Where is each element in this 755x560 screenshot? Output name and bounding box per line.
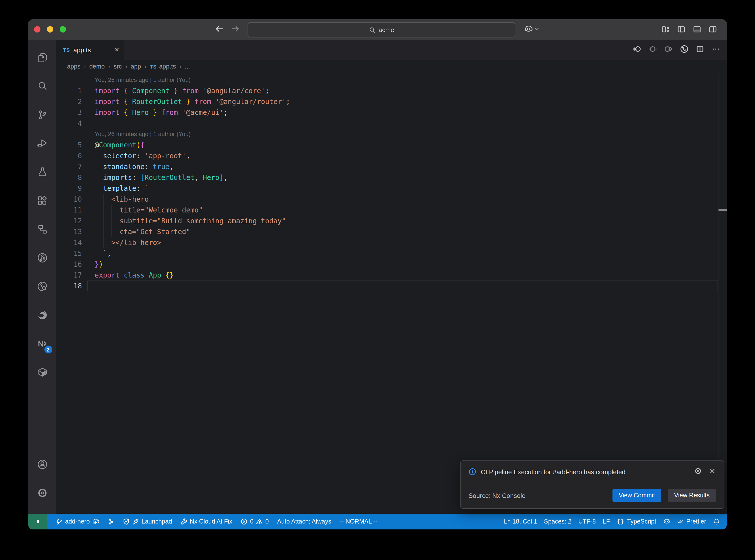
activity-hierarchy[interactable] bbox=[31, 218, 53, 240]
activity-gitlens[interactable] bbox=[31, 247, 53, 269]
indent-guide bbox=[95, 183, 95, 194]
code-line-16: 16}) bbox=[56, 259, 727, 269]
activity-gitlens-inspect[interactable] bbox=[31, 276, 53, 297]
braces-icon: {} bbox=[617, 518, 625, 525]
indent-guide bbox=[95, 172, 95, 183]
line-number: 2 bbox=[56, 96, 95, 107]
indent-guide bbox=[103, 205, 103, 215]
breadcrumb-separator: › bbox=[125, 63, 127, 70]
panel-left-icon[interactable] bbox=[677, 25, 686, 36]
forward-icon[interactable] bbox=[231, 24, 240, 36]
panel-right-icon[interactable] bbox=[709, 25, 717, 36]
breadcrumb-item-[interactable]: ... bbox=[185, 63, 190, 70]
double-check-icon bbox=[677, 518, 684, 525]
editor-group: TS app.ts ✕ apps›demo›src›app›TSapp.ts›.… bbox=[56, 40, 727, 514]
back-icon[interactable] bbox=[215, 24, 224, 36]
activity-nx-console[interactable]: 2 bbox=[31, 333, 53, 355]
nav-forward-icon[interactable] bbox=[664, 45, 673, 55]
minimize-window-button[interactable] bbox=[47, 26, 53, 33]
activity-explorer[interactable] bbox=[31, 47, 53, 68]
code-line-11: 11 title="Welcmoe demo" bbox=[56, 205, 727, 215]
view-results-button[interactable]: View Results bbox=[668, 489, 716, 502]
view-commit-button[interactable]: View Commit bbox=[612, 489, 661, 502]
more-actions-icon[interactable] bbox=[712, 45, 720, 55]
zoom-window-button[interactable] bbox=[60, 26, 66, 33]
command-center-search[interactable]: acme bbox=[247, 22, 515, 38]
code-line-6: 6 selector: 'app-root', bbox=[56, 151, 727, 161]
commit-graph-icon[interactable] bbox=[680, 45, 689, 55]
title-bar: acme bbox=[28, 19, 727, 40]
indentation[interactable]: Spaces: 2 bbox=[544, 518, 571, 525]
formatter[interactable]: Prettier bbox=[677, 518, 706, 525]
window-controls bbox=[34, 26, 66, 33]
cursor-position[interactable]: Ln 18, Col 1 bbox=[504, 518, 537, 525]
activity-search[interactable] bbox=[31, 75, 53, 97]
activity-settings[interactable] bbox=[31, 482, 53, 504]
problems-item[interactable]: 00 bbox=[241, 518, 269, 525]
current-line-highlight bbox=[87, 280, 718, 291]
breadcrumb-item-demo[interactable]: demo bbox=[89, 63, 105, 70]
breadcrumb-item-appts[interactable]: TSapp.ts bbox=[150, 63, 176, 70]
encoding[interactable]: UTF-8 bbox=[578, 518, 596, 525]
breadcrumb-item-app[interactable]: app bbox=[131, 63, 141, 70]
line-number: 10 bbox=[56, 194, 95, 205]
close-window-button[interactable] bbox=[34, 26, 40, 33]
close-icon[interactable]: ✕ bbox=[114, 46, 119, 53]
breadcrumb-separator: › bbox=[144, 63, 146, 70]
code-line-1: 1import { Component } from '@angular/cor… bbox=[56, 85, 727, 96]
line-number: 4 bbox=[56, 118, 95, 129]
auto-attach[interactable]: Auto Attach: Always bbox=[277, 518, 331, 525]
nav-back-icon[interactable] bbox=[633, 45, 641, 55]
remote-indicator[interactable] bbox=[28, 514, 47, 529]
code-line-18: 18 bbox=[56, 280, 727, 291]
code-editor[interactable]: You, 26 minutes ago | 1 author (You)1imp… bbox=[56, 74, 727, 514]
copilot-menu[interactable] bbox=[524, 25, 539, 34]
history-nav bbox=[215, 24, 240, 36]
breadcrumb-item-src[interactable]: src bbox=[114, 63, 122, 70]
eol[interactable]: LF bbox=[603, 518, 610, 525]
activity-run-debug[interactable] bbox=[31, 133, 53, 154]
code-line-3: 3import { Hero } from '@acme/ui'; bbox=[56, 107, 727, 118]
gitlens-item[interactable] bbox=[107, 518, 114, 525]
notification-title: CI Pipeline Execution for #add-hero has … bbox=[481, 468, 625, 476]
branch-item[interactable]: add-hero bbox=[56, 518, 99, 525]
split-editor-icon[interactable] bbox=[696, 45, 704, 55]
tab-app-ts[interactable]: TS app.ts ✕ bbox=[56, 40, 124, 60]
bell-icon bbox=[713, 518, 720, 525]
notification-close-icon[interactable] bbox=[709, 467, 716, 476]
code-line-5: 5@Component({ bbox=[56, 140, 727, 151]
code-line-13: 13 cta="Get Started" bbox=[56, 226, 727, 237]
notification-gear-icon[interactable] bbox=[694, 467, 702, 476]
panel-bottom-icon[interactable] bbox=[693, 25, 701, 36]
indent-guide bbox=[95, 205, 95, 215]
notifications-bell[interactable] bbox=[713, 518, 720, 525]
activity-bar: 2 bbox=[28, 40, 56, 514]
activity-accounts[interactable] bbox=[31, 454, 53, 475]
overview-ruler-marker bbox=[718, 209, 727, 211]
activity-badge: 2 bbox=[44, 345, 52, 354]
breadcrumb-separator: › bbox=[179, 63, 181, 70]
launchpad-item[interactable]: Launchpad bbox=[123, 518, 172, 525]
code-rows: You, 26 minutes ago | 1 author (You)1imp… bbox=[56, 74, 727, 291]
status-bar: add-heroLaunchpadNx Cloud AI Fix00Auto A… bbox=[28, 514, 727, 529]
vim-mode[interactable]: -- NORMAL -- bbox=[340, 518, 378, 525]
code-line-9: 9 template: ` bbox=[56, 183, 727, 194]
nav-current-icon[interactable] bbox=[649, 45, 657, 55]
code-line-14: 14 ></lib-hero> bbox=[56, 237, 727, 248]
indent-guide bbox=[103, 215, 103, 226]
activity-testing[interactable] bbox=[31, 161, 53, 183]
copilot-status[interactable] bbox=[663, 518, 670, 525]
activity-source-control[interactable] bbox=[31, 104, 53, 126]
info-icon bbox=[469, 468, 476, 476]
language-mode[interactable]: {}TypeScript bbox=[617, 518, 656, 525]
line-number: 11 bbox=[56, 205, 95, 215]
layout-custom-icon[interactable] bbox=[661, 25, 670, 36]
nx-cloud-ai-fix[interactable]: Nx Cloud AI Fix bbox=[180, 518, 232, 525]
breadcrumb-item-apps[interactable]: apps bbox=[67, 63, 80, 70]
activity-edge-tools[interactable] bbox=[31, 304, 53, 326]
line-number: 14 bbox=[56, 237, 95, 248]
indent-guide bbox=[111, 205, 112, 215]
activity-extensions[interactable] bbox=[31, 190, 53, 212]
activity-containers[interactable] bbox=[31, 361, 53, 383]
tab-bar: TS app.ts ✕ bbox=[56, 40, 727, 60]
